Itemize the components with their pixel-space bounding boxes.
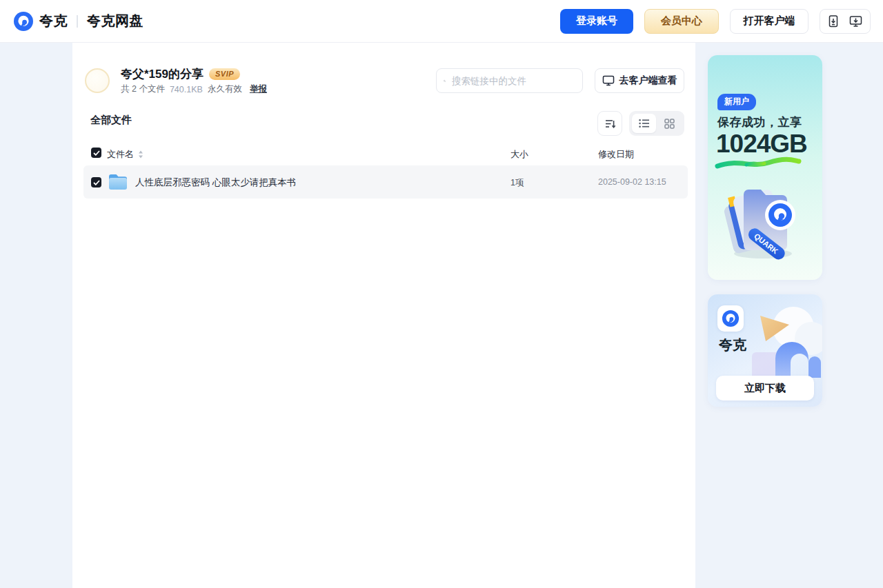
page: 夸克 夸克网盘 登录账号 会员中心 打开客户端 [0, 0, 883, 588]
app-name: 夸克 [719, 336, 746, 354]
brand-product-name: 夸克网盘 [87, 12, 143, 30]
file-row[interactable]: 人性底层邪恶密码 心眼太少请把真本书 1项 2025-09-02 13:15 [83, 165, 688, 199]
new-user-badge: 新用户 [717, 94, 756, 110]
vip-center-button[interactable]: 会员中心 [644, 9, 719, 34]
share-title-row: 夸父*159的分享 SVIP [121, 66, 240, 82]
view-in-client-label: 去客户端查看 [619, 74, 677, 87]
open-client-button[interactable]: 打开客户端 [730, 9, 808, 34]
column-date: 修改日期 [598, 148, 634, 161]
view-in-client-button[interactable]: 去客户端查看 [595, 68, 684, 93]
view-toggle-group [629, 111, 684, 136]
share-title: 夸父*159的分享 [121, 66, 204, 82]
share-content-panel: 夸父*159的分享 SVIP 共 2 个文件 740.1KB 永久有效 举报 去… [72, 43, 695, 588]
brand-name: 夸克 [39, 12, 68, 30]
desktop-download-icon [849, 15, 862, 28]
report-link[interactable]: 举报 [250, 83, 267, 95]
search-input[interactable] [450, 75, 575, 87]
search-icon [444, 76, 446, 86]
download-now-button[interactable]: 立即下载 [716, 376, 814, 401]
brand-divider [77, 15, 78, 28]
share-validity: 永久有效 [208, 83, 242, 95]
list-view-icon [639, 119, 650, 128]
folder-icon [108, 172, 128, 191]
top-header: 夸克 夸克网盘 登录账号 会员中心 打开客户端 [0, 0, 883, 43]
quark-logo-icon [14, 12, 33, 31]
download-apps-button[interactable] [820, 9, 871, 34]
row-checkbox[interactable] [91, 177, 101, 187]
app-illustration [740, 298, 822, 378]
search-box [436, 68, 583, 93]
brand-home-link[interactable]: 夸克 夸克网盘 [14, 12, 143, 31]
quark-logo-icon [722, 310, 740, 327]
sharer-avatar [85, 68, 110, 93]
svip-badge: SVIP [209, 68, 240, 80]
file-date: 2025-09-02 13:15 [598, 177, 666, 187]
promo-storage-amount: 1024GB [716, 130, 807, 159]
topbar-actions: 登录账号 会员中心 打开客户端 [560, 9, 871, 34]
sort-order-button[interactable] [597, 111, 622, 136]
grid-view-toggle[interactable] [657, 114, 682, 133]
share-meta: 共 2 个文件 740.1KB 永久有效 举报 [121, 83, 267, 95]
grid-view-icon [664, 119, 675, 129]
promo-card-new-user[interactable]: 新用户 保存成功，立享 1024GB [708, 55, 822, 280]
login-button[interactable]: 登录账号 [560, 9, 633, 34]
check-icon [93, 180, 100, 185]
green-swoosh-icon [713, 156, 803, 171]
table-header: 文件名 大小 修改日期 [72, 145, 695, 165]
file-size: 1项 [510, 177, 524, 189]
list-view-toggle[interactable] [632, 114, 656, 133]
column-size: 大小 [510, 148, 528, 161]
sort-icon [604, 118, 616, 130]
column-sort-arrows-icon [138, 150, 143, 159]
phone-download-icon [828, 15, 839, 28]
check-icon [93, 150, 100, 156]
select-all-checkbox[interactable] [91, 148, 101, 158]
quark-app-icon [717, 305, 744, 332]
column-filename[interactable]: 文件名 [107, 148, 143, 161]
promo-headline: 保存成功，立享 [717, 114, 802, 130]
share-file-count: 共 2 个文件 [121, 83, 165, 95]
folder-illustration: QUARK [723, 172, 807, 262]
promo-card-download[interactable]: 夸克 立即下载 [708, 294, 822, 407]
all-files-title: 全部文件 [90, 114, 132, 127]
share-total-size: 740.1KB [170, 85, 203, 94]
file-name: 人性底层邪恶密码 心眼太少请把真本书 [135, 176, 296, 189]
monitor-icon [602, 75, 615, 86]
